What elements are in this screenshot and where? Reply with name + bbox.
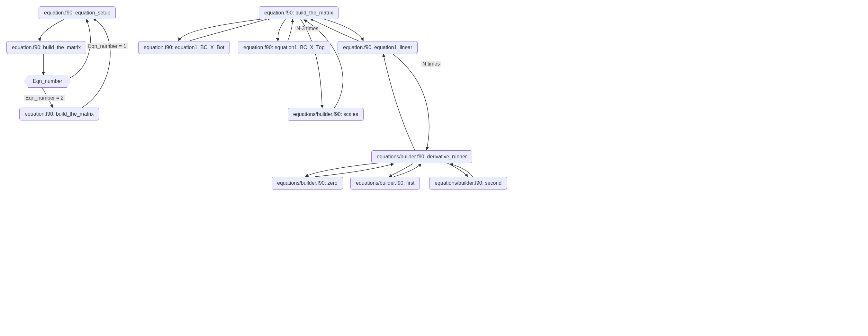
edges-layer	[0, 0, 868, 336]
edge-label-eqn2: Eqn_number = 2	[24, 95, 65, 101]
node-label: equation.f90: build_the_matrix	[264, 10, 333, 15]
node-label: equations/builder.f90: first	[356, 180, 414, 186]
node-label: equation.f90: equation1_BC_X_Top	[243, 45, 325, 50]
diagram-canvas: equation.f90: equation_setup equation.f9…	[0, 0, 868, 336]
node-label: equation.f90: equation1_BC_X_Bot	[144, 45, 224, 50]
edge-label-eqn1: Eqn_number = 1	[87, 43, 128, 49]
node-build-the-matrix-1: equation.f90: build_the_matrix	[6, 41, 86, 54]
node-label: Eqn_number	[33, 78, 62, 84]
node-label: equation.f90: build_the_matrix	[12, 45, 81, 50]
edge-label-n-minus-3-times: N-3 times	[295, 26, 319, 32]
node-label: equations/builder.f90: scales	[293, 111, 358, 117]
node-label: equations/builder.f90: zero	[277, 180, 338, 186]
node-label: equation.f90: build_the_matrix	[25, 111, 94, 116]
node-eqn-number-decision: Eqn_number	[24, 75, 71, 88]
node-equation1-bc-x-bot: equation.f90: equation1_BC_X_Bot	[138, 41, 230, 54]
node-equation-setup: equation.f90: equation_setup	[38, 6, 116, 19]
node-equation1-linear: equation.f90: equation1_linear	[338, 41, 417, 54]
node-equation1-bc-x-top: equation.f90: equation1_BC_X_Top	[238, 41, 330, 54]
node-builder-derivative-runner: equations/builder.f90: derivative_runner	[371, 150, 472, 163]
node-label: equations/builder.f90: derivative_runner	[377, 154, 467, 159]
node-label: equation.f90: equation1_linear	[343, 45, 412, 50]
node-builder-second: equations/builder.f90: second	[429, 177, 507, 190]
node-build-the-matrix: equation.f90: build_the_matrix	[259, 6, 339, 19]
node-label: equations/builder.f90: second	[435, 180, 501, 186]
edge-label-n-times: N times	[421, 61, 441, 67]
node-label: equation.f90: equation_setup	[44, 10, 110, 15]
node-build-the-matrix-2: equation.f90: build_the_matrix	[19, 108, 99, 121]
node-builder-zero: equations/builder.f90: zero	[272, 177, 343, 190]
node-builder-scales: equations/builder.f90: scales	[288, 108, 364, 121]
node-builder-first: equations/builder.f90: first	[350, 177, 420, 190]
